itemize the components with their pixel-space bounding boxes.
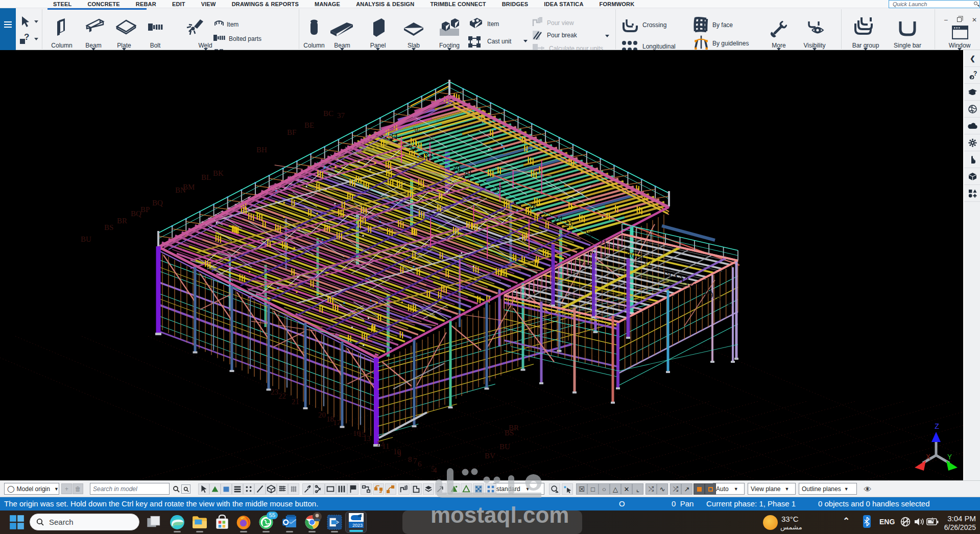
svg-text:BK: BK: [213, 169, 224, 177]
svg-text:Y: Y: [947, 453, 952, 462]
svg-text:32: 32: [424, 151, 433, 160]
svg-text:8: 8: [408, 455, 412, 463]
svg-text:X: X: [926, 453, 930, 462]
svg-text:7: 7: [413, 457, 417, 465]
svg-text:BN: BN: [175, 186, 186, 194]
svg-text:9: 9: [397, 450, 401, 458]
svg-text:6: 6: [418, 460, 422, 468]
svg-text:BE: BE: [304, 121, 314, 129]
svg-text:17: 17: [333, 419, 341, 427]
svg-text:37: 37: [337, 111, 345, 120]
svg-text:2023: 2023: [352, 523, 363, 528]
svg-text:BR: BR: [117, 217, 127, 225]
svg-text:11: 11: [382, 442, 389, 450]
svg-text:23: 23: [271, 388, 278, 396]
svg-text:BF: BF: [287, 128, 296, 136]
svg-text:29: 29: [463, 169, 471, 178]
svg-text:13: 13: [363, 434, 371, 443]
svg-text:33: 33: [409, 143, 417, 153]
svg-text:7: 7: [718, 294, 722, 304]
svg-text:27: 27: [494, 185, 503, 195]
svg-text:22: 22: [583, 229, 592, 239]
svg-text:9: 9: [709, 290, 713, 300]
svg-text:Z: Z: [935, 423, 939, 431]
svg-text:11: 11: [692, 282, 700, 291]
svg-text:BV: BV: [485, 452, 495, 460]
svg-text:34: 34: [389, 131, 398, 141]
svg-text:21: 21: [599, 238, 607, 247]
svg-text:BL: BL: [201, 173, 211, 181]
svg-text:BH: BH: [256, 146, 267, 154]
svg-text:25: 25: [543, 210, 552, 219]
svg-text:?: ?: [24, 33, 29, 42]
svg-text:26: 26: [529, 201, 537, 211]
svg-text:20: 20: [318, 411, 326, 419]
svg-text:BS: BS: [104, 223, 113, 231]
svg-text:6: 6: [728, 299, 732, 309]
svg-text:21: 21: [292, 398, 299, 406]
svg-text:BU: BU: [81, 235, 91, 243]
svg-text:?: ?: [973, 71, 977, 77]
svg-text:20: 20: [627, 250, 635, 260]
svg-text:23: 23: [564, 218, 572, 228]
svg-text:18: 18: [635, 253, 643, 263]
svg-text:BC: BC: [323, 109, 333, 118]
svg-text:BP: BP: [140, 205, 150, 214]
svg-text:35: 35: [428, 135, 436, 143]
svg-text:22: 22: [278, 392, 286, 400]
svg-text:17: 17: [643, 258, 653, 267]
svg-text:4: 4: [433, 466, 437, 474]
svg-text:36: 36: [413, 126, 421, 134]
svg-text:30: 30: [452, 164, 461, 174]
svg-text:BR: BR: [509, 424, 519, 432]
svg-text:BQ: BQ: [131, 210, 141, 218]
svg-text:24: 24: [554, 214, 563, 224]
svg-text:BQ: BQ: [152, 199, 163, 207]
svg-text:BU: BU: [499, 443, 510, 451]
